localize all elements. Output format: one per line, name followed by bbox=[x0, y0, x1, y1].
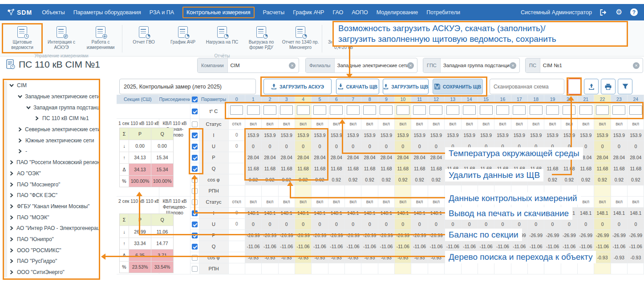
value-cell[interactable]: вкл bbox=[544, 118, 561, 129]
value-cell[interactable] bbox=[328, 185, 344, 196]
value-cell[interactable]: вкл bbox=[328, 118, 344, 129]
value-cell[interactable]: 153.9 bbox=[628, 129, 644, 141]
value-cell[interactable]: -26.99 bbox=[245, 230, 261, 241]
value-cell[interactable]: -11.06 bbox=[578, 241, 594, 252]
value-cell[interactable]: 28.04 bbox=[361, 152, 378, 163]
value-cell[interactable]: 0.92 bbox=[561, 174, 577, 185]
value-cell[interactable]: 0.92 bbox=[328, 174, 344, 185]
value-cell[interactable]: 11.68 bbox=[594, 163, 611, 174]
value-cell[interactable] bbox=[527, 263, 544, 274]
tree-item-label[interactable]: Южные электрические сети bbox=[25, 137, 94, 144]
tree-item-label[interactable]: ООО "СитиЭнерго" bbox=[17, 269, 65, 275]
value-cell[interactable]: 0 bbox=[395, 141, 411, 152]
value-cell[interactable]: -26.99 bbox=[278, 230, 295, 241]
value-cell[interactable]: 148.1 bbox=[411, 207, 428, 218]
value-cell[interactable] bbox=[494, 263, 511, 274]
tree-item[interactable]: Западные электрические сети bbox=[4, 91, 99, 102]
value-cell[interactable]: вкл bbox=[494, 118, 511, 129]
temperature-input[interactable] bbox=[446, 105, 459, 115]
hour0-cell[interactable] bbox=[228, 263, 245, 274]
value-cell[interactable]: -11.06 bbox=[278, 241, 295, 252]
value-cell[interactable]: 0.92 bbox=[594, 174, 611, 185]
value-cell[interactable] bbox=[278, 185, 295, 196]
value-cell[interactable]: вкл bbox=[361, 118, 378, 129]
value-cell[interactable]: -0.93 bbox=[395, 252, 411, 263]
value-cell[interactable]: вкл bbox=[295, 196, 311, 207]
temperature-input[interactable] bbox=[263, 105, 276, 115]
value-cell[interactable]: 11.68 bbox=[561, 163, 577, 174]
value-cell[interactable]: вкл bbox=[611, 196, 627, 207]
value-cell[interactable]: -11.06 bbox=[461, 241, 478, 252]
value-cell[interactable] bbox=[295, 185, 311, 196]
value-cell[interactable]: 11.68 bbox=[578, 163, 594, 174]
tree-item-label[interactable]: АО "Интер РАО - Электрогенерация" bbox=[16, 225, 99, 231]
temperature-input[interactable] bbox=[330, 105, 343, 115]
chevron-right-icon[interactable] bbox=[10, 237, 14, 242]
hour0-cell[interactable] bbox=[228, 185, 245, 196]
value-cell[interactable]: -0.93 bbox=[295, 252, 311, 263]
value-cell[interactable]: вкл bbox=[445, 118, 461, 129]
value-cell[interactable]: 148.1 bbox=[245, 207, 261, 218]
value-cell[interactable] bbox=[328, 263, 344, 274]
value-cell[interactable]: вкл bbox=[245, 196, 261, 207]
chevron-down-icon[interactable] bbox=[18, 94, 22, 99]
value-cell[interactable]: -11.06 bbox=[245, 241, 261, 252]
param-row-checkbox[interactable] bbox=[192, 199, 198, 205]
filter-branch[interactable]: Филиалы Западные электрические сети × bbox=[305, 58, 417, 73]
chevron-right-icon[interactable] bbox=[18, 127, 22, 132]
value-cell[interactable] bbox=[295, 263, 311, 274]
value-cell[interactable]: вкл bbox=[345, 118, 361, 129]
value-cell[interactable]: -11.06 bbox=[611, 241, 627, 252]
help-icon[interactable]: ? bbox=[630, 8, 638, 16]
value-cell[interactable]: вкл bbox=[378, 118, 394, 129]
value-cell[interactable] bbox=[378, 263, 394, 274]
value-cell[interactable]: 28.04 bbox=[262, 152, 278, 163]
filter-funnel-button[interactable] bbox=[618, 79, 632, 94]
value-cell[interactable]: вкл bbox=[628, 118, 644, 129]
tree-item-label[interactable]: ПАО "РусГидро" bbox=[17, 258, 57, 264]
chevron-right-icon[interactable] bbox=[10, 270, 14, 274]
tree-item[interactable]: ПАО "Россети Московский регион" bbox=[4, 157, 99, 168]
value-cell[interactable]: 0 bbox=[628, 218, 644, 230]
chevron-right-icon[interactable] bbox=[10, 171, 14, 176]
value-cell[interactable]: 153.9 bbox=[262, 129, 278, 141]
value-cell[interactable]: -26.99 bbox=[561, 230, 577, 241]
value-cell[interactable]: 153.9 bbox=[295, 129, 311, 141]
param-row-checkbox[interactable] bbox=[192, 244, 198, 250]
value-cell[interactable]: вкл bbox=[561, 118, 577, 129]
value-cell[interactable]: 0.92 bbox=[295, 174, 311, 185]
toolbar-button[interactable]: Отчет по 1340 пр. Минэнерго bbox=[281, 24, 320, 52]
value-cell[interactable]: 153.9 bbox=[594, 129, 611, 141]
temperature-input[interactable] bbox=[347, 105, 360, 115]
value-cell[interactable]: 0.92 bbox=[611, 174, 627, 185]
tree-item-label[interactable]: CIM bbox=[17, 82, 27, 89]
value-cell[interactable]: -11.06 bbox=[544, 241, 561, 252]
upload-scheme-button[interactable] bbox=[584, 79, 599, 94]
value-cell[interactable]: -0.93 bbox=[378, 252, 394, 263]
value-cell[interactable]: вкл bbox=[278, 118, 295, 129]
value-cell[interactable]: -11.06 bbox=[295, 241, 311, 252]
temperature-input[interactable] bbox=[280, 105, 293, 115]
value-cell[interactable]: 28.04 bbox=[312, 152, 328, 163]
value-cell[interactable]: 0.92 bbox=[578, 174, 594, 185]
hour0-cell[interactable] bbox=[228, 252, 245, 263]
value-cell[interactable]: 153.9 bbox=[511, 129, 527, 141]
value-cell[interactable]: -26.99 bbox=[594, 230, 611, 241]
select-all-checkbox[interactable] bbox=[192, 97, 198, 102]
param-row-checkbox[interactable] bbox=[192, 166, 198, 172]
scanned-scheme-input[interactable] bbox=[490, 79, 564, 94]
value-cell[interactable]: 28.04 bbox=[245, 152, 261, 163]
nav-item[interactable]: Контрольные измерения bbox=[182, 7, 254, 18]
value-cell[interactable]: вкл bbox=[278, 196, 295, 207]
filter-branch-value[interactable]: Западные электрические сети bbox=[335, 63, 407, 68]
tree-item-label[interactable]: ФГБУ "Канал Имени Москвы" bbox=[17, 203, 89, 209]
value-cell[interactable]: 0 bbox=[411, 218, 428, 230]
value-cell[interactable]: 0 bbox=[611, 141, 627, 152]
value-cell[interactable]: вкл bbox=[594, 118, 611, 129]
value-cell[interactable]: 0 bbox=[361, 141, 378, 152]
filter-group-value[interactable]: Западная группа подстанций bbox=[441, 63, 510, 68]
value-cell[interactable]: -0.93 bbox=[262, 252, 278, 263]
nav-item[interactable]: Параметры оборудования bbox=[73, 9, 141, 16]
value-cell[interactable]: -26.99 bbox=[544, 230, 561, 241]
value-cell[interactable]: 0.92 bbox=[312, 174, 328, 185]
